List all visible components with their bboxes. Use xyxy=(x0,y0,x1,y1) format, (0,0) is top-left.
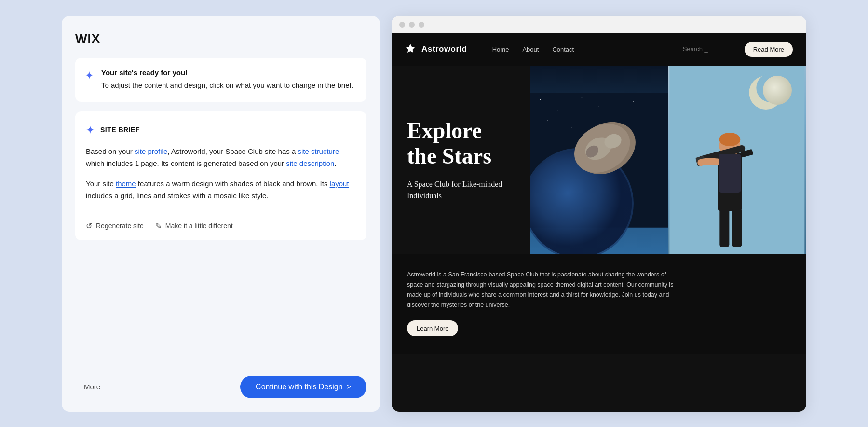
svg-point-4 xyxy=(581,97,582,98)
regenerate-button[interactable]: ↺ Regenerate site xyxy=(86,221,144,231)
site-brand: Astroworld xyxy=(421,44,467,54)
site-description-link[interactable]: site description xyxy=(286,159,334,167)
nav-link-about[interactable]: About xyxy=(522,46,539,53)
brief-p1-suffix: . xyxy=(334,159,336,167)
make-different-button[interactable]: ✎ Make it a little different xyxy=(155,221,233,231)
learn-more-button[interactable]: Learn More xyxy=(407,320,458,336)
svg-rect-29 xyxy=(720,208,730,247)
site-profile-link[interactable]: site profile xyxy=(135,147,167,155)
wix-logo: WIX xyxy=(75,31,366,46)
brief-p2-mid: features a warm design with shades of bl… xyxy=(136,179,330,188)
layout-link[interactable]: layout xyxy=(330,179,349,188)
more-button[interactable]: More xyxy=(75,378,109,396)
nav-link-contact[interactable]: Contact xyxy=(552,46,574,53)
brief-body: Based on your site profile, Astroworld, … xyxy=(86,145,356,210)
browser-dot-red xyxy=(399,22,405,28)
site-nav-right: Read More xyxy=(679,42,793,57)
nav-link-home[interactable]: Home xyxy=(492,46,509,53)
svg-rect-28 xyxy=(719,154,741,193)
browser-content: Astroworld Home About Contact Read More … xyxy=(392,33,806,412)
ready-body: To adjust the content and design, click … xyxy=(101,80,353,91)
left-panel: WIX ✦ Your site's ready for you! To adju… xyxy=(62,16,380,412)
brief-card: ✦ SITE BRIEF Based on your site profile,… xyxy=(75,111,366,240)
brief-p2-suffix: includes a grid, lines and strokes with … xyxy=(86,192,269,200)
browser-bar xyxy=(392,16,806,33)
svg-point-10 xyxy=(661,124,661,124)
browser-dot-yellow xyxy=(409,22,415,28)
site-about: Astroworld is a San Francisco-based Spac… xyxy=(392,254,806,354)
hero-image-person xyxy=(668,66,806,254)
svg-point-9 xyxy=(571,127,571,127)
site-structure-link[interactable]: site structure xyxy=(298,147,339,155)
site-nav-left: Astroworld Home About Contact xyxy=(405,43,574,56)
brief-p1-mid1: , Astroworld, your Space Club site has a xyxy=(167,147,298,155)
brief-p2-prefix: Your site xyxy=(86,179,116,188)
svg-rect-30 xyxy=(732,208,742,247)
svg-point-6 xyxy=(633,101,634,102)
hero-text-col: Explore the Stars A Space Club for Like-… xyxy=(392,66,530,254)
bottom-actions: More Continue with this Design > xyxy=(75,371,366,398)
regenerate-icon: ↺ xyxy=(86,221,92,231)
edit-icon: ✎ xyxy=(155,221,162,231)
site-navbar: Astroworld Home About Contact Read More xyxy=(392,33,806,66)
hero-image-space xyxy=(530,66,668,254)
svg-marker-0 xyxy=(406,44,415,53)
hero-subheading: A Space Club for Like-minded Individuals xyxy=(407,179,515,202)
svg-point-24 xyxy=(719,133,741,146)
search-input[interactable] xyxy=(679,43,737,55)
brief-header: ✦ SITE BRIEF xyxy=(86,123,356,137)
browser-dot-green xyxy=(419,22,424,28)
brief-p1-mid2: which includes 1 page. Its content is ge… xyxy=(86,159,286,167)
read-more-button[interactable]: Read More xyxy=(745,42,793,57)
brief-actions: ↺ Regenerate site ✎ Make it a little dif… xyxy=(86,215,356,231)
svg-point-2 xyxy=(540,99,540,99)
continue-button[interactable]: Continue with this Design > xyxy=(240,376,366,398)
moon-shape xyxy=(763,76,792,105)
sparkle-icon-2: ✦ xyxy=(86,124,95,137)
site-logo-icon xyxy=(405,43,416,56)
svg-point-7 xyxy=(651,113,651,113)
svg-point-8 xyxy=(547,120,547,120)
sparkle-icon: ✦ xyxy=(85,69,94,82)
about-text: Astroworld is a San Francisco-based Spac… xyxy=(407,270,677,311)
site-nav-links: Home About Contact xyxy=(492,46,574,53)
svg-point-5 xyxy=(598,106,599,107)
right-panel: Astroworld Home About Contact Read More … xyxy=(392,16,806,412)
brief-p1-prefix: Based on your xyxy=(86,147,135,155)
hero-heading: Explore the Stars xyxy=(407,118,515,169)
theme-link[interactable]: theme xyxy=(116,179,136,188)
svg-point-3 xyxy=(557,110,558,110)
site-hero: Explore the Stars A Space Club for Like-… xyxy=(392,66,806,254)
ready-title: Your site's ready for you! xyxy=(101,69,353,77)
brief-title: SITE BRIEF xyxy=(100,126,140,134)
ready-card: ✦ Your site's ready for you! To adjust t… xyxy=(75,58,366,102)
